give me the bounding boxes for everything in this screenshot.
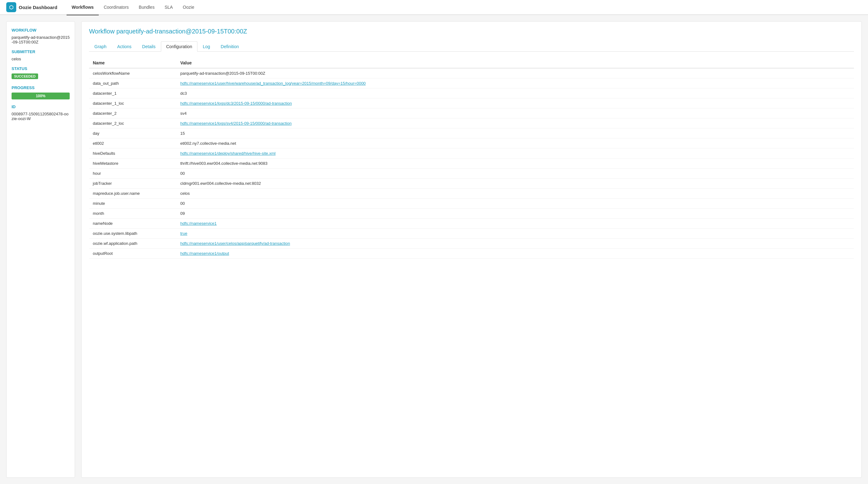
table-row: jobTrackercldmgr001.ewr004.collective-me… [89, 178, 854, 189]
sidebar: WORKFLOW parquetify-ad-transaction@2015-… [6, 21, 75, 478]
config-value-cell: 00 [177, 199, 854, 208]
config-value-cell: dc3 [177, 88, 854, 98]
config-name-cell: minute [89, 199, 177, 208]
config-value-cell: 15 [177, 129, 854, 139]
tab-actions[interactable]: Actions [112, 41, 137, 52]
tab-definition[interactable]: Definition [215, 41, 244, 52]
sidebar-id-value: 0008977-150911205802478-oozie-oozi-W [11, 112, 70, 121]
config-value-cell: celos [177, 189, 854, 199]
config-value-cell[interactable]: hdfs://nameservice1/user/celos/app/parqu… [177, 238, 854, 249]
table-row: month09 [89, 208, 854, 219]
table-row: data_out_pathhdfs://nameservice1/user/hi… [89, 79, 854, 88]
table-row: datacenter_1_lochdfs://nameservice1/logs… [89, 98, 854, 109]
progress-bar-label: 100% [11, 92, 70, 99]
nav-coordinators[interactable]: Coordinators [99, 0, 134, 15]
table-row: datacenter_1dc3 [89, 88, 854, 98]
config-name-cell: nameNode [89, 219, 177, 229]
brand-text: Oozie Dashboard [19, 5, 57, 10]
tab-configuration[interactable]: Configuration [161, 41, 197, 52]
tab-graph[interactable]: Graph [89, 41, 112, 52]
tab-log[interactable]: Log [197, 41, 215, 52]
table-row: hour00 [89, 169, 854, 178]
config-name-cell: datacenter_1_loc [89, 98, 177, 109]
table-row: nameNodehdfs://nameservice1 [89, 219, 854, 229]
sidebar-progress-label: PROGRESS [11, 85, 70, 90]
config-value-cell: cldmgr001.ewr004.collective-media.net:80… [177, 178, 854, 189]
tabs: Graph Actions Details Configuration Log … [89, 41, 854, 52]
table-row: oozie.wf.application.pathhdfs://nameserv… [89, 238, 854, 249]
table-row: hiveMetastorethrift://hive003.ewr004.col… [89, 159, 854, 169]
content-panel: Workflow parquetify-ad-transaction@2015-… [81, 21, 862, 478]
config-name-cell: oozie.wf.application.path [89, 238, 177, 249]
table-row: datacenter_2sv4 [89, 109, 854, 118]
progress-bar: 100% [11, 92, 70, 99]
main-layout: WORKFLOW parquetify-ad-transaction@2015-… [0, 15, 868, 484]
sidebar-submitter-value: celos [11, 57, 70, 61]
col-value-header: Value [177, 58, 854, 68]
table-row: datacenter_2_lochdfs://nameservice1/logs… [89, 118, 854, 129]
table-row: day15 [89, 129, 854, 139]
config-name-cell: outputRoot [89, 249, 177, 259]
brand: ⬡ Oozie Dashboard [6, 2, 57, 12]
config-name-cell: hiveMetastore [89, 159, 177, 169]
table-row: mapreduce.job.user.namecelos [89, 189, 854, 199]
config-name-cell: data_out_path [89, 79, 177, 88]
config-value-cell[interactable]: hdfs://nameservice1/logs/sv4/2015-09-15/… [177, 118, 854, 129]
table-row: hiveDefaultshdfs://nameservice1/deploy/s… [89, 148, 854, 159]
config-name-cell: day [89, 129, 177, 139]
page-title: Workflow parquetify-ad-transaction@2015-… [89, 28, 854, 35]
table-row: minute00 [89, 199, 854, 208]
table-row: celosWorkflowNameparquetify-ad-transacti… [89, 68, 854, 79]
config-value-cell: etl002.ny7.collective-media.net [177, 139, 854, 148]
config-name-cell: oozie.use.system.libpath [89, 229, 177, 238]
config-name-cell: hour [89, 169, 177, 178]
nav-bundles[interactable]: Bundles [134, 0, 160, 15]
sidebar-workflow-label: WORKFLOW [11, 28, 70, 32]
config-name-cell: celosWorkflowName [89, 68, 177, 79]
nav-links: Workflows Coordinators Bundles SLA Oozie [67, 0, 199, 15]
sidebar-id-label: ID [11, 105, 70, 109]
config-value-cell: thrift://hive003.ewr004.collective-media… [177, 159, 854, 169]
config-name-cell: mapreduce.job.user.name [89, 189, 177, 199]
config-name-cell: datacenter_2_loc [89, 118, 177, 129]
config-name-cell: month [89, 208, 177, 219]
sidebar-submitter-label: SUBMITTER [11, 49, 70, 54]
config-value-cell[interactable]: hdfs://nameservice1/output [177, 249, 854, 259]
config-value-cell[interactable]: hdfs://nameservice1 [177, 219, 854, 229]
col-name-header: Name [89, 58, 177, 68]
nav-sla[interactable]: SLA [160, 0, 178, 15]
config-table: Name Value celosWorkflowNameparquetify-a… [89, 58, 854, 259]
status-badge: SUCCEEDED [11, 74, 38, 79]
config-value-cell[interactable]: true [177, 229, 854, 238]
table-row: outputRoothdfs://nameservice1/output [89, 249, 854, 259]
config-value-cell[interactable]: hdfs://nameservice1/deploy/shared/hive/h… [177, 148, 854, 159]
config-name-cell: datacenter_1 [89, 88, 177, 98]
sidebar-status-label: STATUS [11, 66, 70, 71]
nav-workflows[interactable]: Workflows [67, 0, 99, 15]
top-navigation: ⬡ Oozie Dashboard Workflows Coordinators… [0, 0, 868, 15]
config-name-cell: hiveDefaults [89, 148, 177, 159]
config-value-cell: 09 [177, 208, 854, 219]
tab-details[interactable]: Details [137, 41, 161, 52]
table-row: oozie.use.system.libpathtrue [89, 229, 854, 238]
config-name-cell: jobTracker [89, 178, 177, 189]
brand-icon: ⬡ [6, 2, 16, 12]
config-value-cell[interactable]: hdfs://nameservice1/user/hive/warehouse/… [177, 79, 854, 88]
config-name-cell: datacenter_2 [89, 109, 177, 118]
table-row: etl002etl002.ny7.collective-media.net [89, 139, 854, 148]
config-value-cell: sv4 [177, 109, 854, 118]
config-value-cell: parquetify-ad-transaction@2015-09-15T00:… [177, 68, 854, 79]
config-name-cell: etl002 [89, 139, 177, 148]
sidebar-workflow-value: parquetify-ad-transaction@2015-09-15T00:… [11, 35, 70, 45]
config-value-cell[interactable]: hdfs://nameservice1/logs/dc3/2015-09-15/… [177, 98, 854, 109]
nav-oozie[interactable]: Oozie [178, 0, 199, 15]
config-value-cell: 00 [177, 169, 854, 178]
